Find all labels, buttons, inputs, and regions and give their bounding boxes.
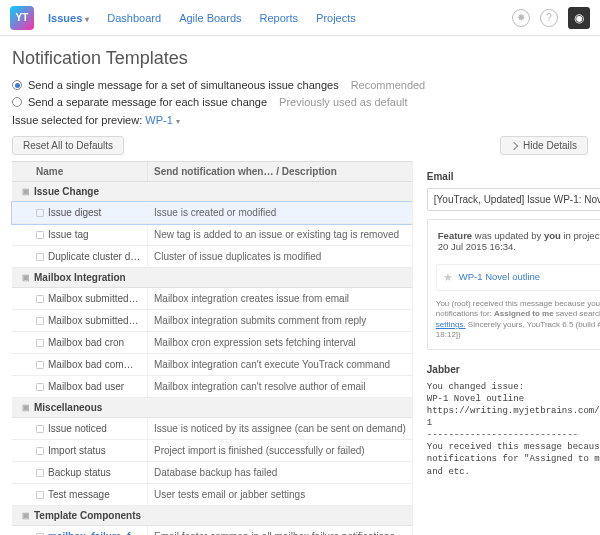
edit-icon: [36, 447, 44, 455]
option-separate-message[interactable]: Send a separate message for each issue c…: [12, 96, 588, 108]
row-name: Test message: [12, 484, 148, 505]
email-body: Feature was updated by you in project Wa…: [427, 219, 600, 350]
nav-agile-boards[interactable]: Agile Boards: [179, 12, 241, 24]
col-desc: Send notification when… / Description: [148, 162, 412, 181]
edit-icon: [36, 425, 44, 433]
row-desc: Mailbox integration submits comment from…: [148, 310, 412, 331]
nav-projects[interactable]: Projects: [316, 12, 356, 24]
reset-all-button[interactable]: Reset All to Defaults: [12, 136, 124, 155]
row-desc: User tests email or jabber settings: [148, 484, 412, 505]
dropdown-icon[interactable]: ▾: [176, 117, 180, 126]
group-header[interactable]: ▣ Miscellaneous: [12, 398, 412, 418]
jabber-section-label: Jabber: [427, 364, 600, 375]
avatar[interactable]: ◉: [568, 7, 590, 29]
group-header[interactable]: ▣ Issue Change: [12, 182, 412, 202]
row-desc: Mailbox integration can't execute YouTra…: [148, 354, 412, 375]
row-name: Issue digest: [12, 202, 148, 223]
row-desc: Project import is finished (successfully…: [148, 440, 412, 461]
nav-reports[interactable]: Reports: [260, 12, 299, 24]
option-hint: Previously used as default: [279, 96, 407, 108]
table-row[interactable]: Issue digestIssue is created or modified: [12, 202, 412, 224]
row-desc: Email footer common in all mailbox failu…: [148, 526, 412, 535]
group-header[interactable]: ▣ Mailbox Integration: [12, 268, 412, 288]
edit-icon: [36, 295, 44, 303]
collapse-icon: ▣: [22, 511, 30, 520]
email-body-text: Feature was updated by you in project Wa…: [436, 228, 600, 260]
option-hint: Recommended: [351, 79, 426, 91]
jabber-body: You changed issue: WP-1 Novel outline ht…: [427, 381, 600, 478]
edit-icon: [36, 231, 44, 239]
table-row[interactable]: Mailbox submitted commentMailbox integra…: [12, 310, 412, 332]
page-body: Notification Templates Send a single mes…: [0, 36, 600, 535]
preview-issue-row: Issue selected for preview: WP-1 ▾: [12, 114, 588, 126]
star-icon[interactable]: ★: [443, 271, 453, 284]
topbar: YT Issues ▾ Dashboard Agile Boards Repor…: [0, 0, 600, 36]
collapse-icon: ▣: [22, 273, 30, 282]
table-row[interactable]: Issue noticedIssue is noticed by its ass…: [12, 418, 412, 440]
table-row[interactable]: Mailbox bad cronMailbox cron expression …: [12, 332, 412, 354]
toolbar: Reset All to Defaults Hide Details: [12, 136, 588, 155]
group-header[interactable]: ▣ Template Components: [12, 506, 412, 526]
table-row[interactable]: mailbox_failure_footer.ftlEmail footer c…: [12, 526, 412, 535]
table-row[interactable]: Mailbox bad commandMailbox integration c…: [12, 354, 412, 376]
table-row[interactable]: Mailbox submitted issueMailbox integrati…: [12, 288, 412, 310]
topbar-right: ✸ ? ◉: [512, 7, 590, 29]
option-label: Send a single message for a set of simul…: [28, 79, 339, 91]
content-split: Name Send notification when… / Descripti…: [12, 161, 588, 535]
table-row[interactable]: Mailbox bad userMailbox integration can'…: [12, 376, 412, 398]
table-row[interactable]: Duplicate cluster digestCluster of issue…: [12, 246, 412, 268]
edit-icon: [36, 209, 44, 217]
edit-icon: [36, 469, 44, 477]
row-desc: Issue is noticed by its assignee (can be…: [148, 418, 412, 439]
row-desc: Mailbox cron expression sets fetching in…: [148, 332, 412, 353]
row-desc: Issue is created or modified: [148, 202, 412, 223]
nav-dashboard[interactable]: Dashboard: [107, 12, 161, 24]
table-row[interactable]: Test messageUser tests email or jabber s…: [12, 484, 412, 506]
preview-label: Issue selected for preview:: [12, 114, 142, 126]
radio-icon: [12, 97, 22, 107]
issue-title-link[interactable]: Novel outline: [485, 271, 540, 282]
preview-issue-link[interactable]: WP-1: [145, 114, 173, 126]
edit-icon: [36, 317, 44, 325]
email-section-label: Email: [427, 171, 600, 182]
option-single-message[interactable]: Send a single message for a set of simul…: [12, 79, 588, 91]
row-desc: Database backup has failed: [148, 462, 412, 483]
row-name: Mailbox bad user: [12, 376, 148, 397]
row-desc: Mailbox integration can't resolve author…: [148, 376, 412, 397]
collapse-icon: ▣: [22, 403, 30, 412]
table-row[interactable]: Issue tagNew tag is added to an issue or…: [12, 224, 412, 246]
row-desc: New tag is added to an issue or existing…: [148, 224, 412, 245]
edit-icon: [36, 491, 44, 499]
option-label: Send a separate message for each issue c…: [28, 96, 267, 108]
row-name: Mailbox bad command: [12, 354, 148, 375]
hide-details-button[interactable]: Hide Details: [500, 136, 588, 155]
row-name: Mailbox submitted issue: [12, 288, 148, 309]
app-logo[interactable]: YT: [10, 6, 34, 30]
issue-id-link[interactable]: WP-1: [459, 271, 483, 282]
row-name: Issue noticed: [12, 418, 148, 439]
table-row[interactable]: Import statusProject import is finished …: [12, 440, 412, 462]
row-name: Import status: [12, 440, 148, 461]
page-title: Notification Templates: [12, 48, 588, 69]
col-name: Name: [12, 162, 148, 181]
row-desc: Mailbox integration creates issue from e…: [148, 288, 412, 309]
row-name: Mailbox bad cron: [12, 332, 148, 353]
dropdown-icon: ▾: [85, 15, 89, 24]
help-icon[interactable]: ?: [540, 9, 558, 27]
radio-icon: [12, 80, 22, 90]
row-name: Duplicate cluster digest: [12, 246, 148, 267]
collapse-icon: ▣: [22, 187, 30, 196]
gear-icon[interactable]: ✸: [512, 9, 530, 27]
chevron-right-icon: [510, 141, 518, 149]
table-row[interactable]: Backup statusDatabase backup has failed: [12, 462, 412, 484]
nav-issues[interactable]: Issues ▾: [48, 12, 89, 24]
table-header: Name Send notification when… / Descripti…: [12, 162, 412, 182]
row-name: mailbox_failure_footer.ftl: [12, 526, 148, 535]
edit-icon: [36, 253, 44, 261]
row-name: Backup status: [12, 462, 148, 483]
edit-icon: [36, 339, 44, 347]
email-footer-note: You (root) received this message because…: [436, 299, 600, 341]
edit-icon: [36, 383, 44, 391]
main-nav: Issues ▾ Dashboard Agile Boards Reports …: [48, 12, 356, 24]
templates-table: Name Send notification when… / Descripti…: [12, 161, 412, 535]
